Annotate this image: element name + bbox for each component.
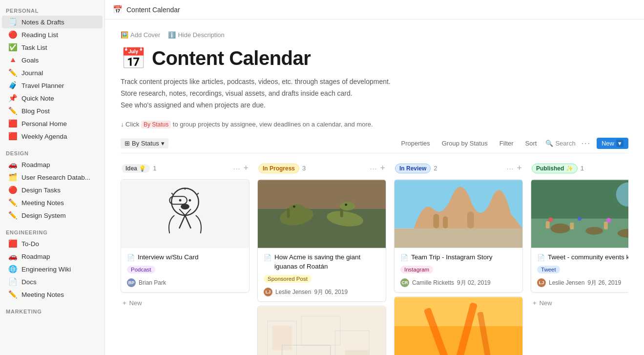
column-more-in-review[interactable]: ··· — [507, 165, 514, 172]
sidebar-item-blog-post[interactable]: ✏️Blog Post — [2, 104, 103, 117]
hide-description-button[interactable]: ℹ️ Hide Description — [168, 31, 224, 39]
column-idea: Idea 💡1···+ 📄Interview w/ — [121, 161, 249, 310]
card-card-tweet[interactable]: 📄Tweet - community events kickoffTweetLJ… — [531, 179, 628, 292]
weekly-agenda-icon: 🟥 — [8, 132, 18, 141]
new-card-btn-published[interactable]: + New — [531, 296, 628, 310]
sidebar-item-user-research[interactable]: 🗂️User Research Datab... — [2, 171, 103, 184]
roadmap-label: Roadmap — [21, 161, 50, 168]
sort-button[interactable]: Sort — [522, 138, 540, 148]
svg-rect-17 — [287, 208, 290, 218]
avatar-card-tweet: LJ — [537, 278, 546, 287]
column-in-review: In Review2···+ 📄Team Trip - Instagram St… — [394, 161, 523, 355]
info-icon: ℹ️ — [168, 31, 176, 39]
svg-point-19 — [290, 205, 304, 212]
new-card-btn-idea[interactable]: + New — [121, 296, 249, 310]
svg-point-43 — [551, 224, 570, 233]
todo-icon: 🟥 — [8, 239, 18, 248]
column-more-in-progress[interactable]: ··· — [370, 165, 377, 172]
svg-rect-48 — [604, 222, 608, 230]
card-image-card-iguanas — [258, 180, 386, 248]
search-box[interactable]: 🔍 Search — [545, 140, 575, 147]
sidebar-item-roadmap[interactable]: 🚗Roadmap — [2, 158, 103, 171]
properties-button[interactable]: Properties — [398, 138, 433, 148]
card-card-yellow[interactable] — [394, 296, 523, 355]
column-add-in-progress[interactable]: + — [380, 163, 385, 173]
content-area: 🖼️ Add Cover ℹ️ Hide Description 📅 Conte… — [105, 20, 644, 355]
group-by-button[interactable]: Group by Status — [439, 138, 491, 148]
svg-point-20 — [340, 202, 355, 211]
personal-home-icon: 🟥 — [8, 119, 18, 128]
description-line: Store research, notes, recordings, visua… — [121, 88, 628, 100]
sidebar-item-reading-list[interactable]: 🔴Reading List — [2, 28, 103, 41]
column-header-idea: Idea 💡1···+ — [121, 161, 249, 175]
hide-description-label: Hide Description — [178, 31, 224, 39]
column-add-in-review[interactable]: + — [517, 163, 522, 173]
svg-rect-32 — [433, 214, 439, 229]
card-card-stu[interactable]: 📄Interview w/Stu CardPodcastBPBrian Park — [121, 179, 249, 292]
journal-label: Journal — [21, 69, 43, 77]
sidebar-item-personal-home[interactable]: 🟥Personal Home — [2, 117, 103, 130]
card-card-iguanas[interactable]: 📄How Acme is saving the giant iguanas of… — [257, 179, 386, 302]
sidebar-item-roadmap-eng[interactable]: 🚗Roadmap — [2, 250, 103, 263]
design-tasks-icon: 🔴 — [8, 186, 18, 194]
sidebar-item-journal[interactable]: ✏️Journal — [2, 66, 103, 79]
doc-icon-card-stu: 📄 — [127, 254, 135, 261]
column-more-idea[interactable]: ··· — [233, 165, 241, 172]
weekly-agenda-label: Weekly Agenda — [21, 133, 67, 140]
sidebar-item-todo[interactable]: 🟥To-Do — [2, 237, 103, 250]
column-tag-idea: Idea 💡 — [122, 164, 150, 173]
column-tag-published: Published ✨ — [532, 164, 578, 173]
card-image-architecture — [395, 180, 522, 248]
sidebar: PERSONAL🗒️Notes & Drafts🔴Reading List✅Ta… — [0, 0, 105, 355]
add-cover-button[interactable]: 🖼️ Add Cover — [121, 31, 160, 39]
card-card-instagram[interactable]: 📄Team Trip - Instagram StoryInstagramCRC… — [394, 179, 523, 292]
sidebar-item-goals[interactable]: 🔺Goals — [2, 54, 103, 66]
view-selector[interactable]: ⊞ By Status ▾ — [121, 138, 168, 148]
new-label: New — [602, 140, 614, 147]
sidebar-item-quick-note[interactable]: 📌Quick Note — [2, 92, 103, 104]
engineering-wiki-label: Engineering Wiki — [21, 266, 71, 273]
card-title-card-iguanas: How Acme is saving the giant iguanas of … — [274, 253, 380, 271]
card-date-card-tweet: 9月 26, 2019 — [587, 279, 621, 287]
column-add-idea[interactable]: + — [243, 163, 249, 173]
task-list-icon: ✅ — [8, 43, 18, 52]
sidebar-item-meeting-notes-eng[interactable]: ✏️Meeting Notes — [2, 288, 103, 301]
journal-icon: ✏️ — [8, 68, 18, 77]
sidebar-item-design-system[interactable]: ✏️Design System — [2, 209, 103, 222]
sidebar-item-design-tasks[interactable]: 🔴Design Tasks — [2, 184, 103, 196]
by-status-link[interactable]: By Status — [141, 121, 171, 128]
column-count-in-progress: 3 — [302, 165, 306, 172]
blog-post-icon: ✏️ — [8, 106, 18, 115]
meeting-notes-design-label: Meeting Notes — [21, 199, 64, 207]
column-tag-in-review: In Review — [395, 164, 431, 173]
blog-post-label: Blog Post — [21, 107, 50, 115]
board-view-icon: ⊞ — [125, 140, 130, 147]
sidebar-item-weekly-agenda[interactable]: 🟥Weekly Agenda — [2, 130, 103, 143]
task-list-label: Task List — [21, 44, 47, 51]
sidebar-item-meeting-notes-design[interactable]: ✏️Meeting Notes — [2, 196, 103, 209]
svg-rect-28 — [345, 350, 370, 355]
sidebar-item-docs[interactable]: 📄Docs — [2, 275, 103, 288]
card-card-abstract[interactable] — [257, 306, 386, 355]
card-image-yellow — [395, 297, 522, 355]
filter-button[interactable]: Filter — [497, 138, 517, 148]
svg-rect-14 — [258, 209, 386, 248]
page-description: Track content projects like articles, po… — [121, 76, 628, 111]
avatar-card-stu: BP — [127, 278, 136, 287]
sidebar-section-marketing: MARKETING — [0, 301, 104, 316]
meeting-notes-eng-icon: ✏️ — [8, 290, 18, 299]
sidebar-item-notes-drafts[interactable]: 🗒️Notes & Drafts — [2, 16, 103, 28]
card-illustration — [121, 180, 249, 248]
sidebar-item-travel-planner[interactable]: 🧳Travel Planner — [2, 79, 103, 92]
hint-text: ↓ Click By Status to group projects by a… — [121, 121, 628, 128]
card-tag-card-instagram: Instagram — [400, 266, 433, 273]
sidebar-item-engineering-wiki[interactable]: 🌐Engineering Wiki — [2, 263, 103, 275]
card-image-iguanas — [258, 180, 386, 248]
new-item-button[interactable]: New ▾ — [597, 138, 628, 149]
more-options-button[interactable]: ··· — [582, 139, 591, 148]
sidebar-item-task-list[interactable]: ✅Task List — [2, 41, 103, 54]
card-tag-card-stu: Podcast — [127, 266, 155, 273]
new-btn-chevron[interactable]: ▾ — [616, 140, 623, 147]
column-header-published: Published ✨1···+ — [531, 161, 628, 175]
card-image-card-tweet — [531, 180, 628, 248]
